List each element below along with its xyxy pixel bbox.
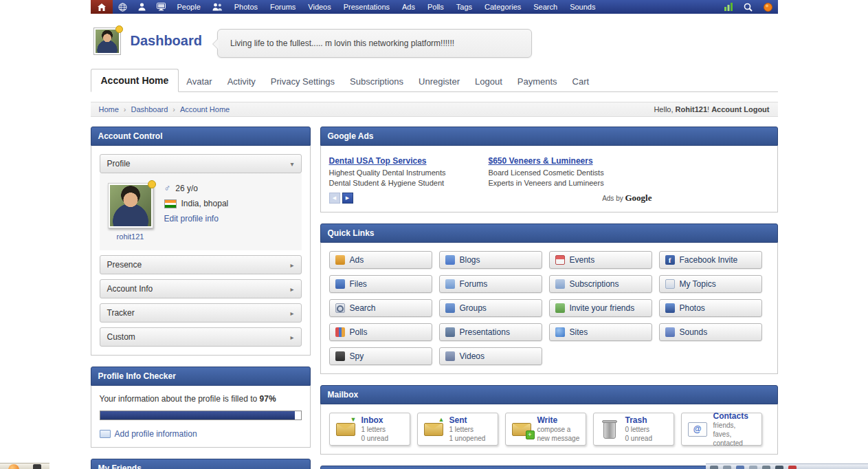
taskbar-left[interactable] xyxy=(0,463,49,469)
accordion-custom[interactable]: Custom xyxy=(100,327,302,347)
mailbox-block: Mailbox Inbox 1 letters 0 unread xyxy=(320,385,778,455)
polls-icon xyxy=(335,327,345,337)
ad-line: Dental Student & Hygiene Student xyxy=(329,179,489,187)
friends-icon[interactable] xyxy=(207,0,228,14)
quicklink-blogs[interactable]: Blogs xyxy=(439,251,542,269)
tray-icon[interactable] xyxy=(775,466,783,469)
nav-presentations[interactable]: Presentations xyxy=(337,0,396,14)
quicklink-search[interactable]: Search xyxy=(329,299,432,317)
tray-icon[interactable] xyxy=(723,466,731,469)
breadcrumb-dashboard[interactable]: Dashboard xyxy=(131,105,168,113)
nav-videos[interactable]: Videos xyxy=(302,0,337,14)
avatar[interactable] xyxy=(93,28,121,55)
next-ad-button[interactable] xyxy=(342,193,353,204)
accordion-account-info[interactable]: Account Info xyxy=(100,279,302,298)
quicklink-sites[interactable]: Sites xyxy=(549,323,652,341)
tab-avatar[interactable]: Avatar xyxy=(179,72,219,91)
page-container: People Photos Forums Videos Presentation… xyxy=(91,0,778,469)
nav-tags[interactable]: Tags xyxy=(450,0,478,14)
quicklink-facebook-invite[interactable]: Facebook Invite xyxy=(659,251,762,269)
ad-title-link[interactable]: $650 Veneers & Lumineers xyxy=(489,156,593,166)
mailbox-write[interactable]: Write compose a new message xyxy=(505,413,586,446)
quicklink-photos[interactable]: Photos xyxy=(659,299,762,317)
topics-icon xyxy=(665,279,675,289)
taskbar-tray[interactable] xyxy=(706,463,868,469)
add-profile-info-link[interactable]: Add profile information xyxy=(115,429,197,439)
greeting-prefix: Hello, xyxy=(654,105,675,113)
globe-icon[interactable] xyxy=(113,0,133,14)
tab-subscriptions[interactable]: Subscriptions xyxy=(342,72,411,91)
google-ads-title: Google Ads xyxy=(328,131,374,141)
quicklink-subscriptions[interactable]: Subscriptions xyxy=(549,275,652,293)
fire-icon[interactable] xyxy=(758,0,778,14)
quicklink-polls[interactable]: Polls xyxy=(329,323,432,341)
tray-icon[interactable] xyxy=(788,466,797,469)
breadcrumb-home[interactable]: Home xyxy=(99,105,119,113)
tray-icon[interactable] xyxy=(710,466,718,469)
profile-username-link[interactable]: rohit121 xyxy=(108,232,153,241)
tray-icon[interactable] xyxy=(762,466,770,469)
nav-polls[interactable]: Polls xyxy=(421,0,450,14)
tab-unregister[interactable]: Unregister xyxy=(411,72,467,91)
quick-links-block: Quick Links Ads Blogs Events Facebook In… xyxy=(320,223,778,374)
quicklink-presentations[interactable]: Presentations xyxy=(439,323,542,341)
account-logout-link[interactable]: Account Logout xyxy=(711,105,769,113)
quicklink-forums[interactable]: Forums xyxy=(439,275,542,293)
google-ads-header: Google Ads xyxy=(320,127,778,146)
blogs-icon xyxy=(445,255,455,265)
accordion-tracker[interactable]: Tracker xyxy=(100,303,302,323)
mailbox-sent[interactable]: Sent 1 letters 1 unopened xyxy=(417,413,498,446)
my-friends-block: My Friends xyxy=(91,459,311,469)
browser-icon[interactable] xyxy=(8,464,19,469)
tab-payments[interactable]: Payments xyxy=(510,72,565,91)
greeting-username[interactable]: Rohit121 xyxy=(676,105,707,113)
quicklink-sounds[interactable]: Sounds xyxy=(659,323,762,341)
user-icon[interactable] xyxy=(133,0,151,14)
tray-icon[interactable] xyxy=(749,466,757,469)
mailbox-contacts[interactable]: Contacts friends, faves, contacted xyxy=(681,413,762,446)
ad-title-link[interactable]: Dental USA Top Services xyxy=(329,156,427,166)
quicklink-invite-friends[interactable]: Invite your friends xyxy=(549,299,652,317)
breadcrumb-account-home[interactable]: Account Home xyxy=(180,105,230,113)
tab-cart[interactable]: Cart xyxy=(565,72,597,91)
tab-logout[interactable]: Logout xyxy=(467,72,510,91)
tab-privacy-settings[interactable]: Privacy Settings xyxy=(263,72,342,91)
home-icon[interactable] xyxy=(91,0,113,14)
profile-photo[interactable] xyxy=(108,183,153,228)
accordion-presence[interactable]: Presence xyxy=(100,255,302,274)
quicklink-ads[interactable]: Ads xyxy=(329,251,432,269)
accordion-profile[interactable]: Profile xyxy=(100,154,302,173)
nav-people[interactable]: People xyxy=(171,0,207,14)
mailbox-inbox[interactable]: Inbox 1 letters 0 unread xyxy=(329,413,410,446)
account-control-title: Account Control xyxy=(98,131,163,141)
nav-sounds[interactable]: Sounds xyxy=(564,0,601,14)
nav-photos[interactable]: Photos xyxy=(228,0,264,14)
profile-panel: rohit121 ♂26 y/o India, bhopal Edit prof… xyxy=(100,173,302,250)
tab-activity[interactable]: Activity xyxy=(220,72,263,91)
quicklink-my-topics[interactable]: My Topics xyxy=(659,275,762,293)
quicklink-files[interactable]: Files xyxy=(329,275,432,293)
quicklink-spy[interactable]: Spy xyxy=(329,347,432,365)
tab-account-home[interactable]: Account Home xyxy=(91,69,179,92)
nav-forums[interactable]: Forums xyxy=(264,0,302,14)
nav-categories[interactable]: Categories xyxy=(478,0,527,14)
quicklink-groups[interactable]: Groups xyxy=(439,299,542,317)
edit-profile-link[interactable]: Edit profile info xyxy=(164,214,219,223)
stats-icon[interactable] xyxy=(719,0,738,14)
quicklink-videos[interactable]: Videos xyxy=(439,347,542,365)
inbox-icon xyxy=(335,419,356,439)
nav-ads[interactable]: Ads xyxy=(396,0,421,14)
prev-ad-button[interactable] xyxy=(329,193,340,204)
accordion-presence-label: Presence xyxy=(107,260,142,270)
profile-photo-image xyxy=(110,185,151,226)
desktop-icon[interactable] xyxy=(151,0,171,14)
search-icon[interactable] xyxy=(738,0,758,14)
tray-icon[interactable] xyxy=(736,466,744,469)
nav-search[interactable]: Search xyxy=(527,0,564,14)
breadcrumb-separator xyxy=(124,105,126,113)
app-icon[interactable] xyxy=(33,464,41,469)
quicklink-events[interactable]: Events xyxy=(549,251,652,269)
mailbox-trash[interactable]: Trash 0 letters 0 unread xyxy=(593,413,674,446)
mailbox-header: Mailbox xyxy=(320,385,778,404)
sites-icon xyxy=(555,327,565,337)
